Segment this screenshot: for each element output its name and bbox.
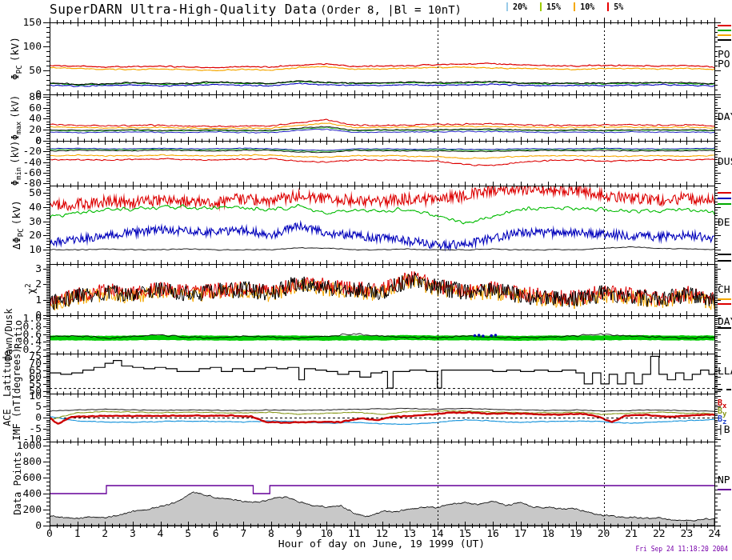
y-axis-label-latitude: Latitude(degrees) — [2, 347, 22, 399]
legend-item-20: 20% — [506, 2, 527, 11]
page-subtitle: (Order 8, |Bl = 10nT) — [320, 3, 462, 16]
right-legend-line — [718, 203, 731, 205]
right-legend-line — [718, 327, 731, 329]
right-legend-line — [718, 489, 731, 490]
legend-label: 10% — [580, 2, 594, 11]
right-legend-line — [718, 260, 731, 262]
y-axis-label-data-points: Data Points — [13, 451, 22, 514]
legend-label: 15% — [546, 2, 561, 11]
right-legend-line — [718, 298, 731, 300]
y-axis-label-phi-pc: ΦPC(kV) — [9, 37, 23, 80]
legend-label: 5% — [614, 2, 623, 11]
legend-color-tick — [574, 2, 575, 11]
right-legend-line — [718, 25, 731, 26]
right-label-de: DE — [718, 218, 730, 227]
y-axis-label-phi-min: Φmin(kV) — [10, 141, 22, 186]
legend-color-tick — [506, 2, 508, 11]
y-axis-label-chi-squared: χ2 — [24, 283, 37, 294]
right-label-day: DAY — [718, 112, 732, 122]
right-legend-line — [718, 30, 731, 31]
x-axis-title: Hour of day on June, 19 1999 (UT) — [185, 538, 578, 550]
y-axis-label-ace-imf: ACEIMF (nT) — [2, 394, 22, 441]
right-legend-line — [718, 192, 731, 194]
right-label-dus: DUS — [718, 157, 732, 166]
legend-item-5: 5% — [607, 2, 623, 11]
chart-canvas — [0, 0, 732, 560]
right-legend-line — [718, 303, 731, 305]
right-label-lla: LLA — [718, 366, 732, 376]
right-label-day: DAY — [718, 317, 732, 326]
superdarn-summary-plot: SuperDARN Ultra-High-Quality Data (Order… — [0, 0, 732, 560]
right-legend-line — [718, 254, 731, 255]
legend-label: 20% — [513, 2, 527, 11]
right-label-ch: CH — [718, 285, 730, 294]
right-legend-line — [718, 198, 731, 199]
right-label-b: |B| — [718, 425, 732, 434]
y-axis-label-phi-max: Φmax(kV) — [10, 95, 22, 140]
legend-item-10: 10% — [574, 2, 594, 11]
legend-item-15: 15% — [540, 2, 561, 11]
right-label-np: NP — [718, 475, 730, 485]
legend-color-tick — [540, 2, 542, 11]
right-legend-line — [718, 389, 731, 390]
page-title: SuperDARN Ultra-High-Quality Data — [50, 2, 317, 17]
percentile-legend: 20% 15% 10% 5% — [506, 2, 623, 11]
right-label-po: PO — [718, 59, 730, 69]
right-legend-line — [718, 34, 731, 36]
timestamp: Fri Sep 24 11:18:20 2004 — [635, 546, 728, 553]
legend-color-tick — [607, 2, 609, 11]
right-legend-line — [718, 39, 731, 41]
y-axis-label-delta-phi-pc: ΔΦPC(kV) — [10, 200, 25, 250]
